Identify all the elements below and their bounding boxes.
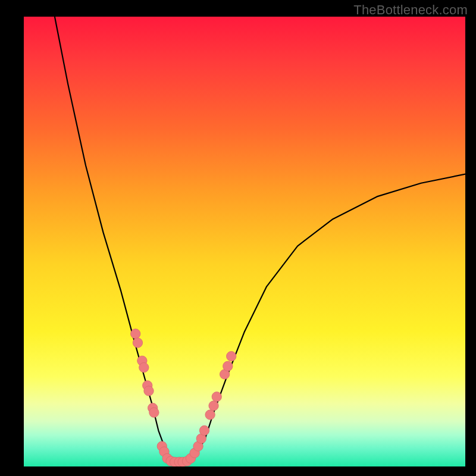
- watermark-text: TheBottleneck.com: [353, 2, 468, 18]
- data-marker: [199, 425, 209, 435]
- data-marker: [223, 361, 233, 371]
- curve-path: [55, 17, 465, 462]
- data-marker: [133, 338, 142, 347]
- data-marker: [205, 410, 215, 419]
- chart-frame: TheBottleneck.com: [0, 0, 476, 476]
- data-marker: [149, 408, 159, 417]
- bottleneck-chart: [24, 17, 465, 466]
- data-marker: [131, 329, 140, 339]
- data-marker: [227, 352, 236, 361]
- data-marker: [139, 362, 149, 372]
- plot-area: [24, 17, 465, 466]
- data-marker: [144, 386, 154, 396]
- data-marker: [212, 392, 221, 402]
- data-marker: [209, 401, 218, 411]
